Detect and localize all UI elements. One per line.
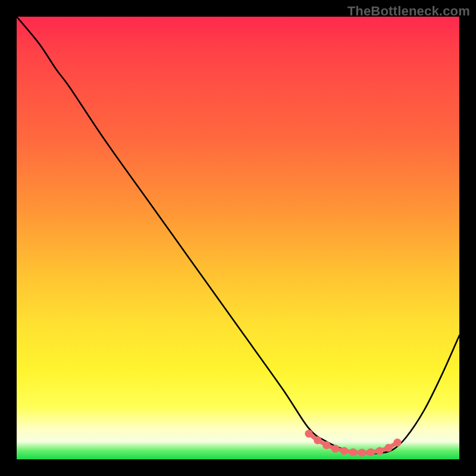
marker-dot — [322, 441, 330, 449]
marker-dot — [305, 430, 312, 437]
plot-area — [17, 17, 459, 459]
marker-dot — [331, 444, 339, 452]
marker-dot — [393, 439, 401, 446]
marker-dot — [375, 447, 383, 455]
marker-dot — [358, 449, 366, 456]
optimal-range-markers — [17, 17, 459, 459]
chart-frame: TheBottleneck.com — [0, 0, 476, 476]
marker-dot — [384, 444, 392, 452]
marker-dot — [340, 447, 348, 455]
marker-dot — [349, 448, 357, 456]
marker-dot — [367, 448, 375, 456]
marker-dot — [314, 436, 321, 444]
